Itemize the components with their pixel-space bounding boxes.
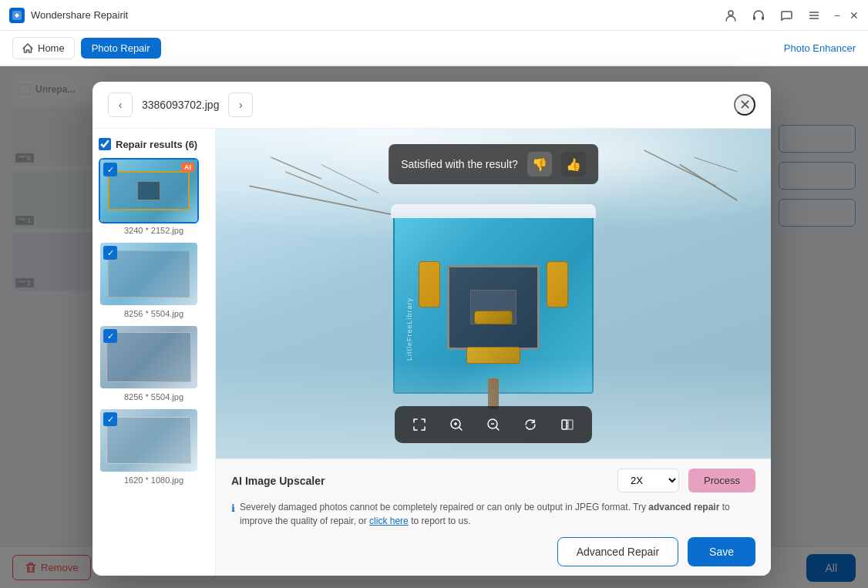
preview-area: LittleFreeLibrary Satisfied with the res… bbox=[216, 129, 771, 576]
modal-close-button[interactable]: ✕ bbox=[734, 94, 755, 116]
info-row: ℹ Severely damaged photos cannot be comp… bbox=[231, 500, 755, 528]
repair-item-3[interactable]: ✓ 8256 * 5504.jpg bbox=[99, 324, 209, 402]
repair-thumb-3[interactable]: ✓ bbox=[99, 324, 199, 390]
svg-line-8 bbox=[250, 186, 393, 214]
check-icon-2: ✓ bbox=[103, 246, 117, 260]
upscaler-label: AI Image Upscaler bbox=[231, 475, 608, 487]
photo-enhancer-button[interactable]: Photo Enhancer bbox=[784, 42, 856, 54]
prev-button[interactable]: ‹ bbox=[108, 92, 133, 117]
thumbs-down-button[interactable]: 👎 bbox=[527, 152, 552, 176]
active-tab[interactable]: Photo Repair bbox=[81, 38, 161, 59]
advanced-repair-button[interactable]: Advanced Repair bbox=[557, 537, 678, 566]
svg-rect-2 bbox=[753, 16, 755, 20]
repair-item-label-4: 1620 * 1080.jpg bbox=[99, 475, 209, 485]
upscaler-row: AI Image Upscaler 2X 4X Process bbox=[231, 469, 755, 492]
check-icon-1: ✓ bbox=[103, 163, 117, 176]
info-text: Severely damaged photos cannot be comple… bbox=[240, 500, 755, 528]
modal-bottom: AI Image Upscaler 2X 4X Process ℹ Sever bbox=[216, 459, 771, 576]
title-bar-controls: − ✕ bbox=[723, 8, 859, 23]
svg-line-18 bbox=[459, 428, 463, 431]
modal-filename: 3386093702.jpg bbox=[142, 99, 219, 111]
repair-thumb-2[interactable]: ✓ bbox=[99, 241, 199, 307]
app-icon bbox=[9, 8, 25, 23]
check-icon-3: ✓ bbox=[103, 329, 117, 343]
repair-header: Repair results (6) bbox=[99, 138, 209, 150]
svg-line-11 bbox=[644, 150, 715, 186]
repair-results-title: Repair results (6) bbox=[116, 139, 197, 150]
upscaler-select[interactable]: 2X 4X bbox=[617, 469, 679, 492]
repair-item-4[interactable]: ✓ 1620 * 1080.jpg bbox=[99, 408, 209, 485]
close-button[interactable]: ✕ bbox=[849, 9, 859, 22]
repair-item-label-3: 8256 * 5504.jpg bbox=[99, 392, 209, 402]
title-bar-left: Wondershare Repairit bbox=[9, 8, 128, 23]
menu-icon[interactable] bbox=[806, 8, 822, 23]
advanced-repair-link[interactable]: advanced repair bbox=[648, 502, 719, 512]
repair-item-1[interactable]: ✓ AI 3240 * 2152.jpg bbox=[99, 158, 209, 235]
fullscreen-button[interactable] bbox=[407, 412, 432, 437]
main-content: Unrepa... 📷6 📷1 📷1 bbox=[0, 66, 868, 588]
click-here-link[interactable]: click here bbox=[369, 516, 409, 526]
image-toolbar bbox=[395, 406, 592, 443]
action-row: Advanced Repair Save bbox=[231, 537, 755, 566]
nav-bar: Home Photo Repair Photo Enhancer bbox=[0, 31, 868, 66]
process-button[interactable]: Process bbox=[688, 469, 755, 492]
info-icon: ℹ bbox=[231, 501, 235, 516]
select-all-checkbox[interactable] bbox=[99, 138, 111, 150]
window-controls: − ✕ bbox=[834, 9, 859, 22]
image-container: LittleFreeLibrary Satisfied with the res… bbox=[216, 129, 771, 459]
title-bar: Wondershare Repairit bbox=[0, 0, 868, 31]
app-window: Wondershare Repairit bbox=[0, 0, 868, 588]
repair-item-label-2: 8256 * 5504.jpg bbox=[99, 309, 209, 318]
home-label: Home bbox=[38, 42, 65, 54]
modal-header: ‹ 3386093702.jpg › ✕ bbox=[93, 82, 771, 129]
svg-line-12 bbox=[695, 157, 738, 172]
satisfied-banner: Satisfied with the result? 👎 👍 bbox=[389, 144, 598, 184]
modal-body: Repair results (6) ✓ AI bbox=[93, 129, 771, 576]
svg-rect-22 bbox=[562, 420, 567, 429]
app-title: Wondershare Repairit bbox=[31, 9, 128, 21]
repair-thumb-1[interactable]: ✓ AI bbox=[99, 158, 199, 223]
zoom-out-button[interactable] bbox=[481, 412, 506, 437]
nav-right: Photo Enhancer bbox=[784, 42, 856, 54]
modal-dialog: ‹ 3386093702.jpg › ✕ Repair results (6) bbox=[93, 82, 771, 576]
headphone-icon[interactable] bbox=[751, 8, 766, 23]
thumbs-up-button[interactable]: 👍 bbox=[561, 152, 586, 176]
user-icon[interactable] bbox=[723, 8, 738, 23]
repair-item-label-1: 3240 * 2152.jpg bbox=[99, 226, 209, 235]
satisfied-text: Satisfied with the result? bbox=[401, 158, 518, 170]
chat-icon[interactable] bbox=[779, 8, 794, 23]
zoom-in-button[interactable] bbox=[444, 412, 469, 437]
ai-badge-1: AI bbox=[181, 163, 194, 172]
flip-button[interactable] bbox=[555, 412, 580, 437]
repair-item-2[interactable]: ✓ 8256 * 5504.jpg bbox=[99, 241, 209, 318]
repair-sidebar: Repair results (6) ✓ AI bbox=[93, 129, 216, 576]
check-icon-4: ✓ bbox=[103, 412, 117, 426]
minimize-button[interactable]: − bbox=[834, 9, 840, 22]
save-button[interactable]: Save bbox=[688, 537, 755, 566]
svg-line-21 bbox=[496, 428, 500, 431]
modal-nav: ‹ 3386093702.jpg › bbox=[108, 92, 253, 117]
repair-thumb-4[interactable]: ✓ bbox=[99, 408, 199, 473]
svg-point-1 bbox=[728, 11, 733, 15]
next-button[interactable]: › bbox=[228, 92, 253, 117]
svg-rect-23 bbox=[568, 420, 573, 429]
home-button[interactable]: Home bbox=[12, 37, 75, 59]
rotate-button[interactable] bbox=[518, 412, 543, 437]
svg-rect-3 bbox=[762, 16, 764, 20]
